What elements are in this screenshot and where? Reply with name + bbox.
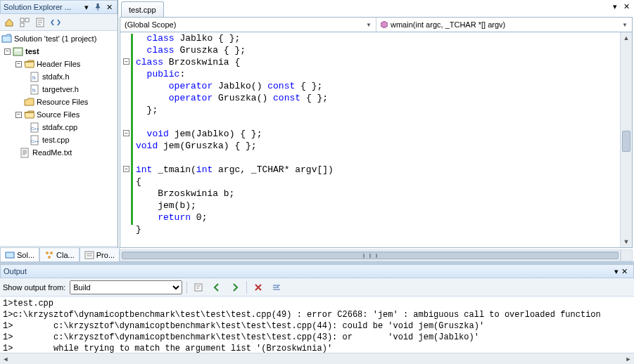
folder-open-icon <box>24 59 34 70</box>
output-horizontal-scrollbar[interactable]: ◄ ► <box>0 353 634 364</box>
file-label: ReadMe.txt <box>32 148 72 157</box>
class-view-icon <box>44 250 54 260</box>
svg-rect-22 <box>195 284 202 291</box>
solution-node[interactable]: Solution 'test' (1 project) <box>0 32 118 45</box>
outline-collapse-icon[interactable]: − <box>123 58 129 65</box>
file-readme[interactable]: ReadMe.txt <box>0 146 118 159</box>
svg-rect-7 <box>18 49 21 51</box>
svg-point-18 <box>46 252 49 254</box>
file-label: stdafx.cpp <box>42 123 77 131</box>
show-output-from-label: Show output from: <box>3 283 65 292</box>
clear-all-icon[interactable] <box>251 280 265 294</box>
svg-text:C++: C++ <box>31 126 39 131</box>
folder-source-files[interactable]: − Source Files <box>0 108 118 121</box>
file-test-cpp[interactable]: C++ test.cpp <box>0 134 118 146</box>
svg-text:h: h <box>32 74 35 81</box>
dropdown-icon[interactable]: ▾ <box>614 267 619 276</box>
cpp-file-icon: C++ <box>30 122 40 133</box>
horizontal-scrollbar[interactable] <box>120 249 621 261</box>
scope-dropdown-left[interactable]: (Global Scope) ▼ <box>120 18 376 32</box>
file-tab-bar: test.cpp ▾ ✕ <box>118 0 634 17</box>
tab-label: Pro... <box>96 251 115 259</box>
tab-class-view[interactable]: Cla... <box>39 247 80 261</box>
svg-point-19 <box>50 252 53 254</box>
output-text[interactable]: 1>test.cpp 1>c:\krzysztof\dynamicoptbenc… <box>0 297 634 353</box>
toggle-wrap-icon[interactable] <box>270 280 284 294</box>
tab-label: Sol... <box>17 251 34 259</box>
scroll-left-icon[interactable]: ◄ <box>0 353 11 364</box>
change-bar <box>131 34 133 225</box>
vertical-scrollbar[interactable]: ▲ ▼ <box>620 32 632 247</box>
output-toolbar: Show output from: Build <box>0 278 634 297</box>
svg-rect-5 <box>13 48 23 56</box>
svg-rect-2 <box>20 23 24 27</box>
editor-panel: test.cpp ▾ ✕ (Global Scope) ▼ wmain(int … <box>118 0 634 261</box>
pin-icon[interactable] <box>93 2 103 12</box>
solution-explorer-panel: Solution Explorer ... ▾ ✕ Solution 'test… <box>0 0 118 261</box>
folder-label: Source Files <box>37 110 80 119</box>
h-file-icon: h <box>30 84 40 95</box>
close-tab-icon[interactable]: ✕ <box>621 1 631 11</box>
scrollbar-thumb[interactable] <box>622 131 630 152</box>
solution-explorer-title: Solution Explorer ... <box>4 3 80 11</box>
collapse-toggle-icon[interactable]: − <box>4 48 11 55</box>
cpp-file-icon: C++ <box>30 135 40 145</box>
code-editor[interactable]: − − − class Jablko { }; class Gruszka { … <box>120 32 633 248</box>
close-icon[interactable]: ✕ <box>104 2 114 12</box>
chevron-down-icon: ▼ <box>366 22 372 28</box>
goto-next-icon[interactable] <box>228 280 242 294</box>
scrollbar-thumb[interactable] <box>122 252 619 259</box>
goto-prev-icon[interactable] <box>210 280 224 294</box>
file-label: test.cpp <box>42 136 70 144</box>
svg-point-20 <box>48 256 51 259</box>
tab-label: Cla... <box>56 251 75 259</box>
scope-dropdown-right[interactable]: wmain(int argc, _TCHAR *[] argv) ▼ <box>376 18 632 32</box>
collapse-toggle-icon[interactable]: − <box>15 61 22 67</box>
project-icon <box>13 46 23 57</box>
separator <box>246 281 247 294</box>
svg-rect-4 <box>2 36 11 42</box>
scope-left-label: (Global Scope) <box>125 20 176 29</box>
folder-label: Resource Files <box>37 98 88 106</box>
svg-rect-1 <box>25 18 29 22</box>
scrollbar-corner <box>621 249 633 261</box>
outline-gutter: − − − <box>120 32 134 247</box>
folder-label: Header Files <box>37 60 80 68</box>
view-code-icon[interactable] <box>49 16 62 29</box>
close-icon[interactable]: ✕ <box>621 267 628 276</box>
tab-dropdown-icon[interactable]: ▾ <box>610 1 620 11</box>
collapse-toggle-icon[interactable]: − <box>15 112 22 118</box>
tab-solution-explorer[interactable]: Sol... <box>0 247 39 261</box>
find-message-icon[interactable] <box>191 280 205 294</box>
scope-right-label: wmain(int argc, _TCHAR *[] argv) <box>391 20 505 29</box>
folder-resource-files[interactable]: Resource Files <box>0 96 118 108</box>
file-targetver-h[interactable]: h targetver.h <box>0 83 118 96</box>
folder-header-files[interactable]: − Header Files <box>0 58 118 70</box>
code-text[interactable]: class Jablko { }; class Gruszka { }; cla… <box>134 32 620 235</box>
solution-explorer-toolbar <box>0 14 118 31</box>
output-title-bar: Output ▾ ✕ <box>0 264 634 278</box>
property-manager-icon <box>84 250 94 260</box>
scroll-down-icon[interactable]: ▼ <box>621 236 632 247</box>
outline-collapse-icon[interactable]: − <box>123 166 129 172</box>
file-stdafx-cpp[interactable]: C++ stdafx.cpp <box>0 121 118 134</box>
svg-rect-6 <box>15 49 18 51</box>
solution-label: Solution 'test' (1 project) <box>14 34 96 43</box>
properties-icon[interactable] <box>34 16 46 29</box>
tab-property-manager[interactable]: Pro... <box>80 247 120 261</box>
output-source-select[interactable]: Build <box>70 280 182 294</box>
svg-rect-17 <box>6 252 14 258</box>
method-icon <box>381 21 388 28</box>
folder-open-icon <box>24 110 34 120</box>
tab-test-cpp[interactable]: test.cpp <box>121 1 164 17</box>
project-label: test <box>25 47 39 56</box>
file-stdafx-h[interactable]: h stdafx.h <box>0 70 118 83</box>
home-icon[interactable] <box>3 16 15 29</box>
outline-collapse-icon[interactable]: − <box>123 130 129 136</box>
project-node[interactable]: − test <box>0 45 118 58</box>
spacer <box>15 99 22 105</box>
show-all-icon[interactable] <box>18 16 31 29</box>
dropdown-icon[interactable]: ▾ <box>82 2 91 12</box>
scroll-up-icon[interactable]: ▲ <box>621 32 632 44</box>
scroll-right-icon[interactable]: ► <box>623 353 634 364</box>
